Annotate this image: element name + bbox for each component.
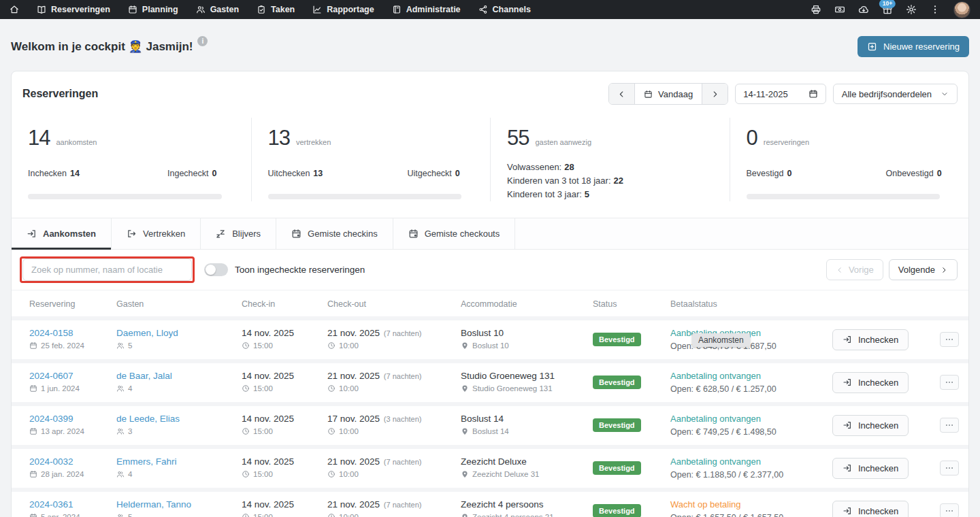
more-menu-button[interactable] bbox=[930, 4, 941, 15]
home-button[interactable] bbox=[10, 5, 19, 14]
search-input[interactable] bbox=[22, 258, 192, 281]
status-badge: Bevestigd bbox=[593, 376, 641, 389]
nav-item-planning[interactable]: Planning bbox=[128, 5, 178, 14]
company-filter-select[interactable]: Alle bedrijfsonderdelen bbox=[833, 84, 958, 104]
calendar-alert-icon bbox=[408, 229, 419, 239]
payment-open-amount: Open: € 628,50 / € 1.257,00 bbox=[670, 384, 831, 394]
guest-link[interactable]: Emmers, Fahri bbox=[116, 456, 177, 467]
nav-item-taken[interactable]: Taken bbox=[257, 5, 295, 14]
previous-day-button[interactable] bbox=[609, 84, 634, 104]
search-wrap bbox=[22, 258, 192, 281]
table-row: 2024-0399 13 apr. 2024 de Leede, Elias 3… bbox=[12, 406, 968, 449]
home-icon bbox=[10, 5, 19, 14]
table-header: Reservering Gasten Check-in Check-out Ac… bbox=[12, 290, 968, 320]
reservations-panel: Reserveringen Vandaag 14-11-2025 Alle be… bbox=[11, 71, 969, 517]
calendar-icon bbox=[128, 5, 137, 14]
next-day-button[interactable] bbox=[702, 84, 728, 104]
reservation-link[interactable]: 2024-0607 bbox=[29, 371, 74, 381]
nav-item-rapportage[interactable]: Rapportage bbox=[312, 5, 374, 14]
new-reservation-button[interactable]: Nieuwe reservering bbox=[858, 36, 969, 57]
calendar-icon bbox=[29, 513, 37, 517]
tab-gemiste-checkouts[interactable]: Gemiste checkouts bbox=[393, 218, 516, 249]
whats-new-button[interactable]: 10+ bbox=[882, 4, 893, 15]
printer-button[interactable] bbox=[811, 4, 821, 15]
sleep-zz-icon bbox=[216, 229, 226, 239]
share-nodes-icon bbox=[478, 5, 488, 14]
calendar-icon bbox=[29, 384, 37, 393]
reservation-link[interactable]: 2024-0361 bbox=[29, 499, 74, 510]
checkin-button[interactable]: Inchecken bbox=[832, 501, 909, 517]
nav-item-reserveringen[interactable]: Reserveringen bbox=[37, 5, 110, 14]
login-icon bbox=[27, 229, 37, 239]
table-row: 2024-0032 28 jan. 2024 Emmers, Fahri 4 1… bbox=[12, 449, 968, 492]
filter-row: Toon ingecheckte reserveringen Vorige Vo… bbox=[12, 250, 968, 290]
toggle-label: Toon ingecheckte reserveringen bbox=[235, 265, 365, 275]
clock-icon bbox=[242, 470, 250, 478]
stat-guests-present: 55gasten aanwezig Volwassenen:28 Kindere… bbox=[490, 118, 730, 201]
row-menu-button[interactable] bbox=[940, 375, 959, 390]
date-nav-group: Vandaag bbox=[608, 83, 728, 105]
banknote-icon bbox=[834, 4, 845, 15]
reservation-link[interactable]: 2024-0399 bbox=[29, 414, 74, 424]
settings-button[interactable] bbox=[906, 4, 917, 15]
stat-departures: 13vertrekken Uitchecken13Uitgecheckt0 bbox=[251, 118, 491, 201]
clock-icon bbox=[242, 384, 250, 393]
date-input[interactable]: 14-11-2025 bbox=[735, 84, 826, 104]
previous-page-button[interactable]: Vorige bbox=[826, 259, 883, 280]
panel-title: Reserveringen bbox=[22, 88, 98, 100]
guest-link[interactable]: de Leede, Elias bbox=[116, 414, 180, 424]
map-pin-icon bbox=[461, 427, 469, 435]
login-icon bbox=[843, 506, 852, 516]
guest-link[interactable]: Daemen, Lloyd bbox=[116, 328, 178, 338]
checkin-button[interactable]: Inchecken bbox=[832, 458, 909, 479]
tab-gemiste-checkins[interactable]: Gemiste checkins bbox=[276, 218, 393, 249]
row-menu-button[interactable] bbox=[940, 332, 959, 347]
login-icon bbox=[843, 378, 852, 387]
clock-icon bbox=[242, 341, 250, 350]
topnav-right: 10+ bbox=[811, 1, 970, 18]
calendar-icon bbox=[29, 470, 37, 478]
chevron-right-icon bbox=[940, 266, 948, 274]
nav-item-administratie[interactable]: Administratie bbox=[392, 5, 461, 14]
tab-vertrekken[interactable]: Vertrekken bbox=[112, 218, 201, 249]
progress-bar bbox=[747, 194, 940, 199]
avatar[interactable] bbox=[953, 1, 970, 18]
map-pin-icon bbox=[461, 470, 469, 478]
reservation-link[interactable]: 2024-0032 bbox=[29, 456, 74, 467]
toggle-wrap: Toon ingecheckte reserveringen bbox=[204, 263, 365, 276]
stats-row: 14aankomsten Inchecken14Ingecheckt0 13ve… bbox=[12, 114, 968, 218]
calendar-alert-icon bbox=[291, 229, 301, 239]
nav-item-channels[interactable]: Channels bbox=[478, 5, 531, 14]
tab-aankomsten[interactable]: Aankomsten bbox=[12, 218, 112, 249]
checkin-button[interactable]: Inchecken bbox=[832, 415, 909, 436]
row-menu-button[interactable] bbox=[940, 418, 959, 433]
pagination: Vorige Volgende bbox=[826, 259, 958, 280]
clock-icon bbox=[242, 427, 250, 435]
guest-link[interactable]: Helderman, Tanno bbox=[116, 499, 191, 510]
payment-status: Aanbetaling ontvangen bbox=[670, 456, 831, 467]
progress-bar bbox=[268, 194, 461, 199]
guest-link[interactable]: de Baar, Jalal bbox=[116, 371, 172, 381]
payment-open-amount: Open: € 1.657,50 / € 1.657,50 bbox=[670, 513, 831, 517]
nav-item-gasten[interactable]: Gasten bbox=[196, 5, 239, 14]
status-badge: Bevestigd bbox=[593, 418, 641, 432]
reservation-link[interactable]: 2024-0158 bbox=[29, 328, 74, 338]
tab-bar: Aankomsten Vertrekken Blijvers Gemiste c… bbox=[12, 218, 968, 250]
info-icon[interactable] bbox=[197, 36, 208, 46]
chevron-left-icon bbox=[836, 266, 844, 274]
row-menu-button[interactable] bbox=[940, 461, 959, 476]
stat-arrivals: 14aankomsten Inchecken14Ingecheckt0 bbox=[12, 118, 251, 201]
clock-icon bbox=[242, 513, 250, 517]
status-badge: Bevestigd bbox=[593, 504, 641, 517]
today-button[interactable]: Vandaag bbox=[634, 84, 702, 104]
next-page-button[interactable]: Volgende bbox=[889, 259, 958, 280]
checkin-button[interactable]: Inchecken bbox=[832, 372, 909, 393]
downloads-button[interactable] bbox=[858, 4, 869, 15]
payments-button[interactable] bbox=[834, 4, 845, 15]
kebab-menu-icon bbox=[930, 4, 941, 15]
table-row: 2024-0607 1 jun. 2024 de Baar, Jalal 4 1… bbox=[12, 363, 968, 406]
show-checked-in-toggle[interactable] bbox=[204, 263, 228, 276]
tab-blijvers[interactable]: Blijvers bbox=[201, 218, 276, 249]
checkin-button[interactable]: Inchecken bbox=[832, 329, 909, 350]
row-menu-button[interactable] bbox=[940, 503, 959, 517]
